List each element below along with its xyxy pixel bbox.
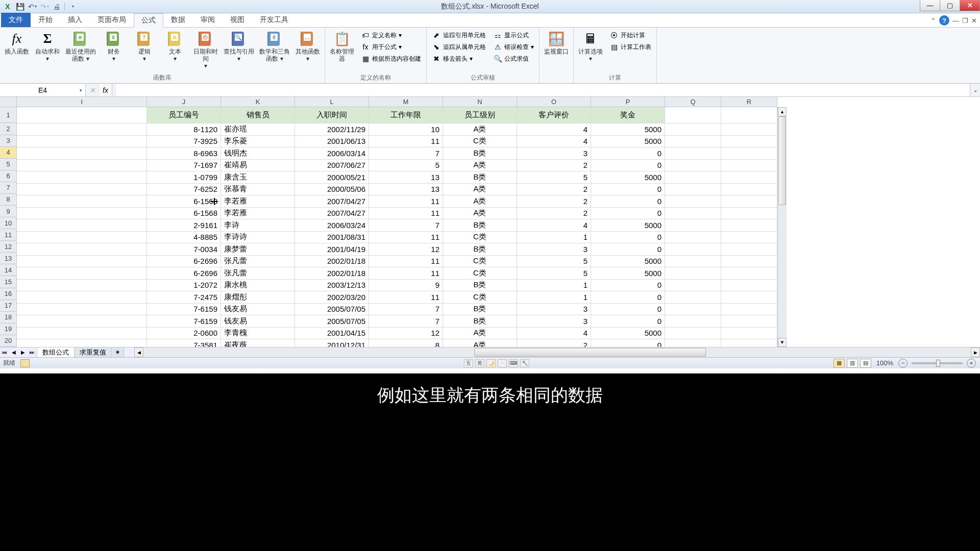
- cell[interactable]: C类: [443, 256, 517, 268]
- cell[interactable]: [17, 280, 147, 292]
- column-header[interactable]: I: [17, 97, 147, 107]
- expand-formula-bar-icon[interactable]: ⌄: [970, 84, 980, 96]
- cell[interactable]: 入职时间: [295, 107, 369, 123]
- tab-insert[interactable]: 插入: [60, 13, 90, 27]
- cell[interactable]: B类: [443, 315, 517, 328]
- cell[interactable]: 2: [517, 208, 591, 220]
- cell[interactable]: A类: [443, 339, 517, 347]
- sheet-nav-next-icon[interactable]: ▶: [18, 347, 28, 357]
- cell[interactable]: 7-3925: [147, 136, 221, 148]
- text-button[interactable]: 文本▾: [160, 29, 190, 63]
- zoom-slider-thumb[interactable]: [936, 360, 940, 367]
- cell[interactable]: 钱友易: [221, 304, 295, 316]
- cell[interactable]: 13: [369, 184, 443, 196]
- window-restore-icon[interactable]: ❐: [962, 17, 968, 24]
- cell[interactable]: [721, 219, 777, 232]
- cell[interactable]: [17, 195, 147, 208]
- cell[interactable]: 0: [591, 160, 665, 172]
- calculate-sheet-button[interactable]: ▤计算工作表: [607, 41, 653, 53]
- cell[interactable]: 2007/04/27: [295, 208, 369, 220]
- cell[interactable]: 4: [517, 123, 591, 136]
- cell[interactable]: [17, 107, 147, 123]
- zoom-out-button[interactable]: −: [898, 359, 908, 368]
- cell[interactable]: 2: [517, 195, 591, 208]
- fx-button[interactable]: fx: [99, 84, 112, 96]
- cell[interactable]: 4: [517, 328, 591, 340]
- help-icon[interactable]: ?: [939, 15, 949, 26]
- cell[interactable]: 2007/06/27: [295, 160, 369, 172]
- cell[interactable]: 7: [369, 304, 443, 316]
- minimize-button[interactable]: —: [920, 0, 940, 11]
- close-button[interactable]: ✕: [960, 0, 980, 11]
- cell[interactable]: 李青槐: [221, 328, 295, 340]
- cell[interactable]: 8-1120: [147, 123, 221, 136]
- cell[interactable]: 6-2696: [147, 267, 221, 280]
- row-header[interactable]: 3: [0, 135, 17, 147]
- cell[interactable]: [665, 291, 721, 304]
- define-name-button[interactable]: 🏷定义名称 ▾: [359, 30, 423, 41]
- cell[interactable]: [17, 219, 147, 232]
- row-header[interactable]: 12: [0, 241, 17, 253]
- cell[interactable]: 11: [369, 208, 443, 220]
- more-functions-button[interactable]: 其他函数▾: [293, 29, 323, 63]
- cell[interactable]: [665, 256, 721, 268]
- financial-button[interactable]: 财务▾: [99, 29, 129, 63]
- cell[interactable]: 康梦蕾: [221, 243, 295, 256]
- cell[interactable]: A类: [443, 195, 517, 208]
- hscroll-right-button[interactable]: ▶: [971, 347, 980, 357]
- cell[interactable]: 2-9161: [147, 219, 221, 232]
- hscroll-left-button[interactable]: ◀: [134, 347, 143, 357]
- column-header[interactable]: P: [591, 97, 665, 107]
- cell[interactable]: [721, 267, 777, 280]
- cell[interactable]: 4-8885: [147, 232, 221, 244]
- cell[interactable]: [665, 339, 721, 347]
- name-manager-button[interactable]: 📋 名称管理器: [327, 29, 357, 63]
- cell[interactable]: [721, 147, 777, 160]
- ime-icon-1[interactable]: 五: [464, 359, 473, 367]
- cell[interactable]: [721, 232, 777, 244]
- cell[interactable]: 工作年限: [369, 107, 443, 123]
- cell[interactable]: 2006/03/14: [295, 147, 369, 160]
- autosum-button[interactable]: Σ 自动求和▾: [33, 29, 62, 63]
- cell[interactable]: 4: [517, 219, 591, 232]
- cell[interactable]: C类: [443, 232, 517, 244]
- cell[interactable]: [17, 136, 147, 148]
- cell[interactable]: 客户评价: [517, 107, 591, 123]
- cell[interactable]: 2010/12/31: [295, 339, 369, 347]
- cell[interactable]: [17, 184, 147, 196]
- cell[interactable]: [665, 184, 721, 196]
- calc-options-button[interactable]: 🖩 计算选项▾: [576, 29, 605, 63]
- column-header[interactable]: K: [221, 97, 295, 107]
- cell[interactable]: [721, 160, 777, 172]
- cell[interactable]: 0: [591, 147, 665, 160]
- cell[interactable]: B类: [443, 304, 517, 316]
- cell[interactable]: 6-1568: [147, 208, 221, 220]
- cell[interactable]: [17, 243, 147, 256]
- column-header[interactable]: M: [369, 97, 443, 107]
- ribbon-minimize-icon[interactable]: ⌃: [930, 17, 936, 24]
- cell[interactable]: A类: [443, 328, 517, 340]
- row-header[interactable]: 13: [0, 253, 17, 264]
- cell[interactable]: 李若雁: [221, 208, 295, 220]
- row-header[interactable]: 2: [0, 123, 17, 135]
- tab-developer[interactable]: 开发工具: [252, 13, 296, 27]
- cell[interactable]: A类: [443, 208, 517, 220]
- cell[interactable]: 2002/11/29: [295, 123, 369, 136]
- cell[interactable]: [665, 328, 721, 340]
- view-page-break-button[interactable]: ▤: [860, 359, 871, 368]
- cell[interactable]: [665, 243, 721, 256]
- cell[interactable]: 5: [517, 171, 591, 184]
- column-header[interactable]: N: [443, 97, 517, 107]
- cell[interactable]: 2007/04/27: [295, 195, 369, 208]
- cell[interactable]: [665, 107, 721, 123]
- zoom-in-button[interactable]: +: [967, 359, 976, 368]
- cell[interactable]: B类: [443, 219, 517, 232]
- cell[interactable]: [17, 232, 147, 244]
- qat-customize-icon[interactable]: ▾: [67, 2, 78, 12]
- cell[interactable]: 1: [517, 280, 591, 292]
- cell[interactable]: 奖金: [591, 107, 665, 123]
- cell[interactable]: 3: [517, 304, 591, 316]
- show-formulas-button[interactable]: ⚏显示公式: [491, 30, 536, 41]
- row-header[interactable]: 6: [0, 170, 17, 182]
- cell[interactable]: 李诗: [221, 219, 295, 232]
